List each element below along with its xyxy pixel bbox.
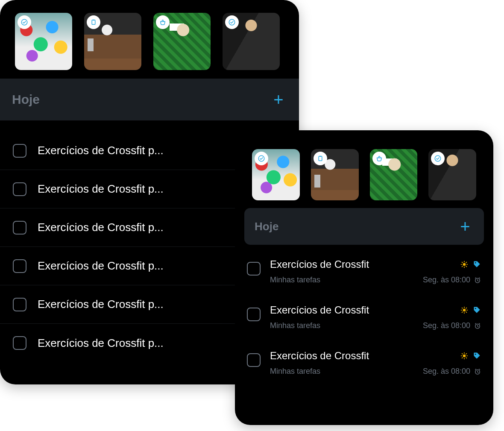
category-thumb[interactable]	[370, 149, 418, 200]
task-checkbox[interactable]	[247, 262, 261, 276]
clipboard-icon	[314, 152, 327, 165]
sun-icon	[460, 260, 469, 269]
task-checkbox[interactable]	[13, 259, 26, 273]
task-time: Seg. às 08:00	[423, 276, 470, 284]
section-header: Hoje +	[0, 79, 299, 120]
check-icon	[431, 152, 445, 165]
tag-icon	[473, 260, 481, 269]
task-time: Seg. às 08:00	[423, 367, 470, 376]
task-title: Exercícios de Crossfit	[270, 350, 369, 362]
category-thumb[interactable]	[428, 149, 476, 200]
task-title: Exercícios de Crossfit p...	[38, 298, 257, 311]
check-icon	[18, 15, 31, 29]
category-thumbnails	[0, 0, 299, 79]
check-icon	[255, 152, 268, 165]
section-title: Hoje	[255, 220, 278, 233]
check-icon	[225, 15, 239, 29]
section-header: Hoje +	[244, 208, 484, 245]
task-subtitle: Minhas tarefas	[270, 276, 320, 284]
alarm-icon	[474, 276, 481, 284]
category-thumb[interactable]	[223, 13, 280, 70]
task-list: Exercícios de Crossfit Minhas tarefas Se…	[235, 248, 493, 385]
task-checkbox[interactable]	[13, 144, 26, 158]
task-card-expanded: Hoje + Exercícios de Crossfit Minhas tar…	[235, 130, 493, 425]
task-title: Exercícios de Crossfit	[270, 258, 369, 270]
task-checkbox[interactable]	[13, 221, 26, 235]
task-subtitle: Minhas tarefas	[270, 367, 320, 376]
add-task-button[interactable]: +	[457, 218, 474, 235]
task-subtitle: Minhas tarefas	[270, 321, 320, 330]
add-task-button[interactable]: +	[270, 91, 287, 108]
basket-icon	[156, 15, 170, 29]
category-thumbnails	[235, 130, 493, 208]
basket-icon	[372, 152, 386, 165]
task-row[interactable]: Exercícios de Crossfit Minhas tarefas Se…	[244, 340, 484, 385]
task-checkbox[interactable]	[247, 353, 261, 367]
section-title: Hoje	[12, 92, 40, 107]
task-checkbox[interactable]	[13, 336, 26, 350]
clipboard-icon	[87, 15, 100, 29]
category-thumb[interactable]	[84, 13, 141, 70]
category-thumb[interactable]	[153, 13, 211, 70]
task-title: Exercícios de Crossfit p...	[38, 144, 257, 157]
task-title: Exercícios de Crossfit	[270, 304, 369, 316]
task-title: Exercícios de Crossfit p...	[38, 221, 257, 234]
task-row[interactable]: Exercícios de Crossfit Minhas tarefas Se…	[244, 248, 484, 294]
alarm-icon	[474, 322, 481, 330]
task-checkbox[interactable]	[247, 308, 261, 321]
sun-icon	[460, 352, 469, 360]
task-time: Seg. às 08:00	[423, 321, 470, 330]
category-thumb[interactable]	[252, 149, 300, 200]
tag-icon	[473, 352, 481, 360]
tag-icon	[473, 306, 481, 314]
task-title: Exercícios de Crossfit p...	[38, 259, 257, 273]
alarm-icon	[474, 368, 481, 375]
task-title: Exercícios de Crossfit p...	[38, 337, 257, 350]
sun-icon	[460, 306, 469, 314]
category-thumb[interactable]	[15, 13, 72, 70]
task-checkbox[interactable]	[13, 298, 26, 311]
task-checkbox[interactable]	[13, 182, 26, 196]
category-thumb[interactable]	[311, 149, 359, 200]
task-row[interactable]: Exercícios de Crossfit Minhas tarefas Se…	[244, 294, 484, 340]
task-title: Exercícios de Crossfit p...	[38, 182, 257, 196]
